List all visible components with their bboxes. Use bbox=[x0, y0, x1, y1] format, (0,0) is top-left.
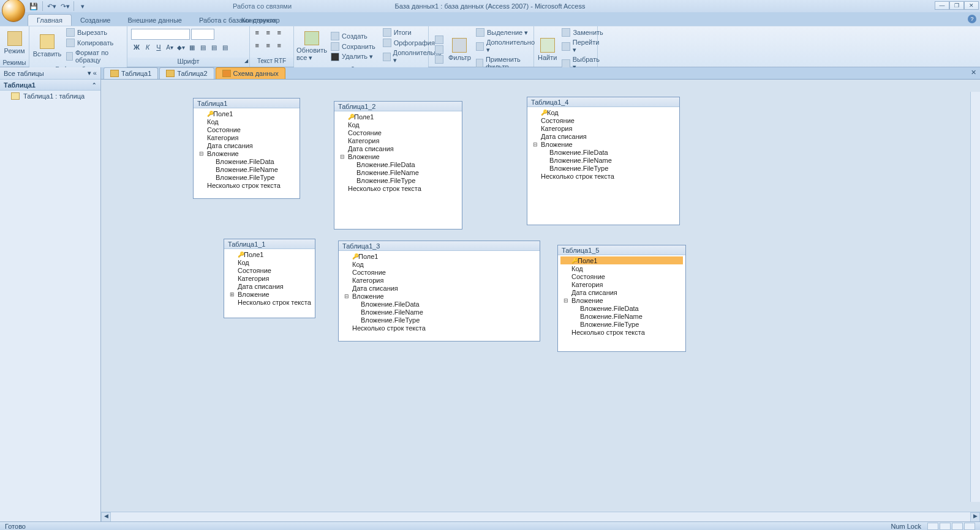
field-row[interactable]: Несколько строк текста bbox=[530, 172, 677, 180]
field-row[interactable]: Дата списания bbox=[530, 132, 677, 140]
bold-button[interactable]: Ж bbox=[131, 42, 142, 53]
indent-button[interactable]: ≡ bbox=[277, 42, 288, 53]
align2-button[interactable]: ▤ bbox=[208, 42, 219, 53]
field-row[interactable]: 🔑Код bbox=[530, 108, 677, 116]
gridlines-button[interactable]: ▦ bbox=[186, 42, 197, 53]
field-row[interactable]: Несколько строк текста bbox=[341, 324, 537, 332]
restore-button[interactable]: ❐ bbox=[949, 1, 964, 10]
view-btn-3[interactable] bbox=[952, 523, 963, 530]
nav-header[interactable]: Все таблицы ▾ « bbox=[0, 67, 100, 80]
field-row[interactable]: Код bbox=[227, 258, 312, 266]
field-row[interactable]: Несколько строк текста bbox=[337, 184, 459, 192]
field-row[interactable]: Вложение.FileName bbox=[341, 308, 537, 316]
view-btn-2[interactable] bbox=[940, 523, 951, 530]
field-row[interactable]: Вложение.FileData bbox=[341, 300, 537, 308]
chevron-down-icon[interactable]: ▾ « bbox=[88, 69, 97, 77]
field-row[interactable]: Категория bbox=[196, 133, 297, 141]
view-button[interactable]: Режим bbox=[4, 28, 25, 58]
field-row[interactable]: Вложение.FileType bbox=[196, 173, 297, 181]
italic-button[interactable]: К bbox=[142, 42, 153, 53]
fill-color-button[interactable]: ◆▾ bbox=[175, 42, 186, 53]
field-row[interactable]: Состояние bbox=[530, 116, 677, 124]
collapse-icon[interactable]: ⌃ bbox=[92, 82, 97, 88]
field-row[interactable]: Состояние bbox=[337, 129, 459, 136]
collapse-icon[interactable]: ⊟ bbox=[344, 293, 350, 299]
field-row[interactable]: Дата списания bbox=[560, 288, 683, 296]
view-btn-4[interactable] bbox=[964, 523, 975, 530]
save-icon[interactable]: 💾 bbox=[28, 1, 40, 12]
help-icon[interactable]: ? bbox=[968, 15, 976, 23]
table-window-6[interactable]: Таблица1_5 🔑Поле1 Код Состояние Категори… bbox=[557, 245, 686, 352]
field-row[interactable]: ⊟Вложение bbox=[196, 149, 297, 157]
close-tab-button[interactable]: ✕ bbox=[969, 69, 978, 77]
tab-create[interactable]: Создание bbox=[72, 15, 119, 26]
table-window-5[interactable]: Таблица1_3 🔑Поле1 Код Состояние Категори… bbox=[338, 241, 540, 342]
tab-design[interactable]: Конструктор bbox=[233, 15, 288, 26]
minimize-button[interactable]: — bbox=[935, 1, 949, 10]
expand-icon[interactable]: ⊞ bbox=[229, 291, 235, 297]
doc-tab-table2[interactable]: Таблица2 bbox=[159, 67, 214, 79]
bullets-button[interactable]: ≡ bbox=[266, 42, 277, 53]
field-row[interactable]: 🔑Поле1 bbox=[196, 110, 297, 118]
field-row[interactable]: ⊟Вложение bbox=[341, 292, 537, 300]
doc-tab-relationships[interactable]: Схема данных bbox=[216, 67, 285, 79]
table-window-1[interactable]: Таблица1 🔑Поле1 Код Состояние Категория … bbox=[193, 98, 300, 199]
selection-button[interactable]: Выделение ▾ bbox=[473, 28, 538, 37]
field-row[interactable]: Дата списания bbox=[337, 144, 459, 152]
qat-customize-icon[interactable]: ▾ bbox=[77, 1, 89, 12]
table-window-title[interactable]: Таблица1_4 bbox=[527, 97, 679, 107]
close-button[interactable]: ✕ bbox=[964, 1, 979, 10]
field-row[interactable]: Код bbox=[337, 121, 459, 129]
filter-button[interactable]: Фильтр bbox=[448, 34, 471, 65]
align3-button[interactable]: ▤ bbox=[219, 42, 230, 53]
nav-group[interactable]: Таблица1 ⌃ bbox=[0, 80, 100, 91]
scroll-left-button[interactable]: ◀ bbox=[101, 512, 111, 522]
field-row[interactable]: ⊟Вложение bbox=[337, 152, 459, 160]
field-row[interactable]: Вложение.FileName bbox=[560, 312, 683, 320]
field-row[interactable]: Код bbox=[196, 118, 297, 125]
paste-button[interactable]: Вставить bbox=[33, 31, 61, 61]
field-row[interactable]: Вложение.FileName bbox=[337, 168, 459, 176]
underline-button[interactable]: Ч bbox=[153, 42, 164, 53]
table-window-3[interactable]: Таблица1_4 🔑Код Состояние Категория Дата… bbox=[527, 97, 680, 225]
table-window-title[interactable]: Таблица1_5 bbox=[558, 245, 685, 255]
refresh-button[interactable]: Обновить все ▾ bbox=[298, 31, 326, 62]
align-left-button[interactable]: ≡ bbox=[255, 29, 266, 40]
align-right-button[interactable]: ≡ bbox=[277, 29, 288, 40]
field-row[interactable]: Дата списания bbox=[227, 282, 312, 290]
find-button[interactable]: Найти bbox=[538, 34, 557, 65]
field-row[interactable]: ⊟Вложение bbox=[530, 140, 677, 148]
table-window-title[interactable]: Таблица1_3 bbox=[339, 241, 540, 251]
field-row[interactable]: Несколько строк текста bbox=[560, 328, 683, 336]
field-row[interactable]: Категория bbox=[560, 280, 683, 288]
scroll-right-button[interactable]: ▶ bbox=[970, 512, 980, 522]
save-record-button[interactable]: Сохранить bbox=[328, 42, 378, 51]
table-window-2[interactable]: Таблица1_2 🔑Поле1 Код Состояние Категори… bbox=[334, 101, 462, 230]
clear-sort-button[interactable] bbox=[432, 54, 446, 64]
field-row[interactable]: Состояние bbox=[341, 268, 537, 276]
field-row[interactable]: Состояние bbox=[560, 272, 683, 280]
collapse-icon[interactable]: ⊟ bbox=[339, 154, 345, 160]
field-row[interactable]: Несколько строк текста bbox=[227, 298, 312, 306]
field-row[interactable]: 🔑Поле1 bbox=[337, 113, 459, 121]
field-row[interactable]: ⊟Вложение bbox=[560, 296, 683, 304]
font-size-combo[interactable] bbox=[191, 29, 214, 40]
format-painter-button[interactable]: Формат по образцу bbox=[64, 48, 123, 64]
field-row[interactable]: 🔑Поле1 bbox=[227, 250, 312, 258]
table-window-4[interactable]: Таблица1_1 🔑Поле1 Код Состояние Категори… bbox=[224, 239, 315, 318]
field-row[interactable]: ⊞Вложение bbox=[227, 290, 312, 298]
horizontal-scrollbar[interactable]: ◀ ▶ bbox=[101, 512, 980, 521]
collapse-icon[interactable]: ⊟ bbox=[198, 151, 205, 157]
replace-button[interactable]: Заменить bbox=[559, 28, 605, 37]
tab-home[interactable]: Главная bbox=[28, 14, 72, 26]
field-row[interactable]: Вложение.FileType bbox=[341, 316, 537, 324]
numbering-button[interactable]: ≡ bbox=[255, 42, 266, 53]
new-button[interactable]: Создать bbox=[328, 31, 378, 41]
align-center-button[interactable]: ≡ bbox=[266, 29, 277, 40]
field-row[interactable]: Вложение.FileType bbox=[337, 176, 459, 184]
field-row[interactable]: Вложение.FileType bbox=[560, 320, 683, 328]
view-btn-1[interactable] bbox=[927, 523, 938, 530]
goto-button[interactable]: Перейти ▾ bbox=[559, 38, 605, 54]
table-window-title[interactable]: Таблица1_1 bbox=[224, 239, 315, 249]
collapse-icon[interactable]: ⊟ bbox=[563, 297, 569, 304]
